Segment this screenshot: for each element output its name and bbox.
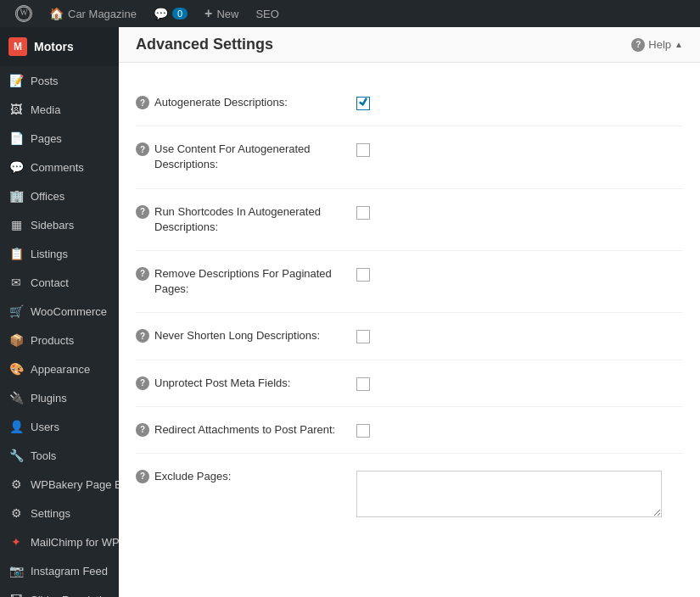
unprotect-help-icon[interactable]: ? bbox=[136, 377, 149, 390]
sidebar-item-label: WooCommerce bbox=[31, 305, 107, 318]
wpbakery-icon: ⚙ bbox=[8, 477, 24, 492]
never-shorten-label: Never Shorten Long Descriptions: bbox=[154, 328, 320, 343]
redirect-checkbox[interactable] bbox=[356, 424, 370, 438]
sidebar-item-contact[interactable]: ✉ Contact bbox=[0, 268, 119, 297]
sidebar-item-offices[interactable]: 🏢 Offices bbox=[0, 181, 119, 210]
page-title: Advanced Settings bbox=[136, 36, 273, 53]
use-content-checkbox[interactable] bbox=[356, 143, 370, 157]
run-shortcodes-help-icon[interactable]: ? bbox=[136, 205, 149, 219]
pages-icon: 📄 bbox=[8, 131, 24, 146]
setting-label-area: ? Use Content For Autogenerated Descript… bbox=[136, 142, 356, 172]
sidebar-item-sidebars[interactable]: ▦ Sidebars bbox=[0, 210, 119, 239]
run-shortcodes-control bbox=[356, 204, 370, 220]
comments-icon: 💬 bbox=[8, 159, 24, 175]
never-shorten-checkbox[interactable] bbox=[356, 330, 370, 343]
setting-label-area: ? Exclude Pages: bbox=[136, 469, 356, 484]
wp-logo-item[interactable]: W bbox=[7, 0, 41, 27]
sidebar-item-listings[interactable]: 📋 Listings bbox=[0, 239, 119, 268]
sidebar-item-label: Sidebars bbox=[31, 219, 74, 232]
sidebar-item-posts[interactable]: 📝 Posts bbox=[0, 66, 119, 95]
listings-icon: 📋 bbox=[8, 246, 24, 261]
sidebar-item-label: Tools bbox=[31, 449, 56, 462]
settings-icon: ⚙ bbox=[8, 505, 24, 521]
sidebar-item-label: WPBakery Page Builder bbox=[31, 478, 119, 491]
sidebar-item-wpbakery[interactable]: ⚙ WPBakery Page Builder bbox=[0, 470, 119, 499]
setting-label-area: ? Never Shorten Long Descriptions: bbox=[136, 328, 356, 343]
svg-text:W: W bbox=[20, 8, 28, 17]
setting-row-unprotect: ? Unprotect Post Meta Fields: bbox=[136, 360, 683, 407]
sidebar-item-plugins[interactable]: 🔌 Plugins bbox=[0, 383, 119, 412]
redirect-label: Redirect Attachments to Post Parent: bbox=[154, 422, 335, 438]
setting-row-exclude-pages: ? Exclude Pages: bbox=[136, 454, 683, 533]
setting-label-area: ? Run Shortcodes In Autogenerated Descri… bbox=[136, 204, 356, 235]
setting-row-remove-descriptions: ? Remove Descriptions For Paginated Page… bbox=[136, 251, 683, 313]
sidebar-item-label: Appearance bbox=[31, 363, 90, 376]
brand-name: Motors bbox=[34, 40, 74, 53]
sidebar-item-media[interactable]: 🖼 Media bbox=[0, 95, 119, 124]
brand-icon: M bbox=[8, 37, 27, 56]
sidebar-item-label: Users bbox=[31, 421, 59, 433]
sidebars-icon: ▦ bbox=[8, 217, 24, 232]
sidebar-item-label: MailChimp for WP bbox=[31, 536, 119, 549]
redirect-control bbox=[356, 422, 370, 438]
contact-icon: ✉ bbox=[8, 275, 24, 290]
use-content-label: Use Content For Autogenerated Descriptio… bbox=[154, 142, 356, 172]
tools-icon: 🔧 bbox=[8, 448, 24, 463]
instagram-icon: 📷 bbox=[8, 563, 24, 578]
site-name-item[interactable]: 🏠 Car Magazine bbox=[41, 0, 145, 27]
sidebar-item-woocommerce[interactable]: 🛒 WooCommerce bbox=[0, 297, 119, 326]
exclude-pages-help-icon[interactable]: ? bbox=[136, 470, 149, 483]
redirect-help-icon[interactable]: ? bbox=[136, 423, 149, 437]
sidebar-item-label: Posts bbox=[31, 75, 59, 87]
help-button[interactable]: ? Help ▲ bbox=[631, 38, 683, 52]
main-layout: M Motors 📝 Posts 🖼 Media 📄 Pages 💬 Comme… bbox=[0, 27, 700, 597]
never-shorten-help-icon[interactable]: ? bbox=[136, 329, 149, 343]
sidebar-item-users[interactable]: 👤 Users bbox=[0, 412, 119, 441]
remove-descriptions-checkbox[interactable] bbox=[356, 268, 370, 282]
sidebar-item-slider[interactable]: 🎞 Slider Revolution bbox=[0, 585, 119, 597]
sidebar-item-instagram[interactable]: 📷 Instagram Feed bbox=[0, 556, 119, 585]
media-icon: 🖼 bbox=[8, 102, 24, 117]
sidebar-item-pages[interactable]: 📄 Pages bbox=[0, 124, 119, 153]
setting-label-area: ? Redirect Attachments to Post Parent: bbox=[136, 422, 356, 438]
mailchimp-icon: ✦ bbox=[8, 534, 24, 550]
sidebar-item-label: Contact bbox=[31, 276, 69, 289]
sidebar-item-label: Offices bbox=[31, 190, 64, 203]
appearance-icon: 🎨 bbox=[8, 361, 24, 377]
remove-descriptions-help-icon[interactable]: ? bbox=[136, 267, 149, 281]
comments-item[interactable]: 💬 0 bbox=[145, 0, 196, 27]
unprotect-control bbox=[356, 376, 370, 391]
new-item[interactable]: + New bbox=[196, 0, 247, 27]
help-chevron-icon: ▲ bbox=[675, 40, 683, 49]
settings-form: ? Autogenerate Descriptions: ? Use Conte… bbox=[119, 63, 700, 550]
posts-icon: 📝 bbox=[8, 73, 24, 88]
plugins-icon: 🔌 bbox=[8, 390, 24, 405]
sidebar-item-label: Products bbox=[31, 334, 74, 347]
sidebar-item-comments[interactable]: 💬 Comments bbox=[0, 153, 119, 181]
remove-descriptions-label: Remove Descriptions For Paginated Pages: bbox=[154, 266, 356, 297]
unprotect-label: Unprotect Post Meta Fields: bbox=[154, 376, 290, 391]
use-content-control bbox=[356, 142, 370, 157]
sidebar-item-products[interactable]: 📦 Products bbox=[0, 326, 119, 354]
setting-row-use-content: ? Use Content For Autogenerated Descript… bbox=[136, 126, 683, 188]
content-area: Advanced Settings ? Help ▲ ? Autogenerat… bbox=[119, 27, 700, 597]
run-shortcodes-checkbox[interactable] bbox=[356, 206, 370, 220]
sidebar-item-settings[interactable]: ⚙ Settings bbox=[0, 499, 119, 527]
autogenerate-checkbox[interactable] bbox=[356, 97, 370, 110]
setting-label-area: ? Remove Descriptions For Paginated Page… bbox=[136, 266, 356, 297]
use-content-help-icon[interactable]: ? bbox=[136, 142, 149, 156]
page-header: Advanced Settings ? Help ▲ bbox=[119, 27, 700, 63]
users-icon: 👤 bbox=[8, 419, 24, 434]
sidebar-item-label: Slider Revolution bbox=[31, 594, 114, 598]
sidebar-item-mailchimp[interactable]: ✦ MailChimp for WP bbox=[0, 527, 119, 556]
sidebar-item-tools[interactable]: 🔧 Tools bbox=[0, 441, 119, 470]
sidebar-item-appearance[interactable]: 🎨 Appearance bbox=[0, 354, 119, 383]
unprotect-checkbox[interactable] bbox=[356, 377, 370, 391]
autogenerate-help-icon[interactable]: ? bbox=[136, 96, 149, 109]
exclude-pages-textarea[interactable] bbox=[356, 471, 662, 517]
sidebar-brand[interactable]: M Motors bbox=[0, 27, 119, 66]
sidebar-item-label: Comments bbox=[31, 161, 84, 174]
help-question-icon: ? bbox=[631, 38, 645, 52]
remove-descriptions-control bbox=[356, 266, 370, 282]
seo-item[interactable]: SEO bbox=[247, 0, 287, 27]
